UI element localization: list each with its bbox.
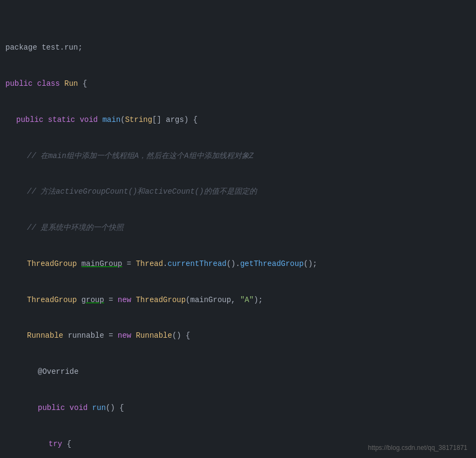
line-main: public static void main(String[] args) {	[5, 114, 476, 126]
line-runnable: Runnable runnable = new Runnable() {	[5, 330, 476, 341]
line-class: public class Run {	[5, 78, 476, 90]
code-container: package test.run; public class Run { pub…	[0, 0, 476, 458]
line-package: package test.run;	[5, 42, 476, 53]
watermark: https://blog.csdn.net/qq_38171871	[368, 444, 467, 452]
line-comment3: // 是系统中环境的一个快照	[5, 222, 476, 234]
line-run-method: public void run() {	[5, 402, 476, 414]
line-comment2: // 方法activeGroupCount()和activeCount()的值不…	[5, 186, 476, 197]
line-comment1: // 在main组中添加一个线程组A，然后在这个A组中添加线程对象Z	[5, 150, 476, 162]
code-block: package test.run; public class Run { pub…	[5, 5, 476, 458]
line-threadgroup-group: ThreadGroup group = new ThreadGroup(main…	[5, 294, 476, 306]
line-threadgroup-main: ThreadGroup mainGroup = Thread.currentTh…	[5, 258, 476, 270]
line-override: @Override	[5, 366, 476, 378]
